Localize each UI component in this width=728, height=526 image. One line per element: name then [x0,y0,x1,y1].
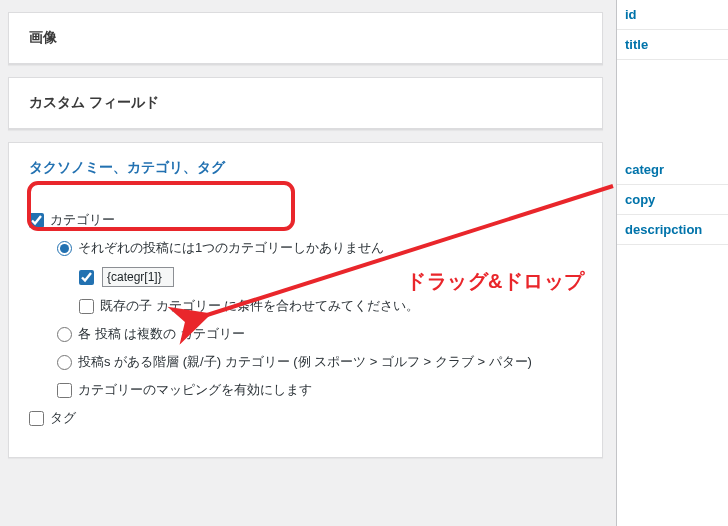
drag-gap [617,60,728,155]
metabox-custom-fields-title[interactable]: カスタム フィールド [9,78,602,129]
drag-field-id[interactable]: id [617,0,728,30]
metabox-taxonomy: タクソノミー、カテゴリ、タグ カテゴリー それぞれの投稿には1つのカテゴリーしか… [8,142,603,458]
draggable-fields-panel: id title categr copy descripction [616,0,728,526]
category-checkbox[interactable] [29,213,44,228]
tag-checkbox[interactable] [29,411,44,426]
metabox-custom-fields: カスタム フィールド [8,77,603,130]
hier-category-radio[interactable] [57,355,72,370]
mapping-label: カテゴリーのマッピングを有効にします [78,381,312,399]
metabox-image-title[interactable]: 画像 [9,13,602,64]
multi-category-radio[interactable] [57,327,72,342]
row-single-cat: それぞれの投稿には1つのカテゴリーしかありません [57,239,582,257]
drag-field-title[interactable]: title [617,30,728,60]
mapping-checkbox[interactable] [57,383,72,398]
drag-field-categr[interactable]: categr [617,155,728,185]
child-hint-label: 既存の子 カテゴリー に条件を合わせてみてください。 [100,297,419,315]
metabox-taxonomy-title[interactable]: タクソノミー、カテゴリ、タグ [9,143,602,193]
metabox-image: 画像 [8,12,603,65]
single-category-radio[interactable] [57,241,72,256]
row-child-hint: 既存の子 カテゴリー に条件を合わせてみてください。 [79,297,582,315]
row-tag: タグ [29,409,582,427]
category-label: カテゴリー [50,211,115,229]
row-multi-cat: 各 投稿 は複数の カテゴリー [57,325,582,343]
multi-category-label: 各 投稿 は複数の カテゴリー [78,325,245,343]
drag-field-copy[interactable]: copy [617,185,728,215]
row-category: カテゴリー [29,211,582,229]
metabox-taxonomy-body: カテゴリー それぞれの投稿には1つのカテゴリーしかありません 既存の子 カテゴリ… [9,193,602,457]
single-category-label: それぞれの投稿には1つのカテゴリーしかありません [78,239,384,257]
row-hier-cat: 投稿s がある階層 (親/子) カテゴリー (例 スポーツ > ゴルフ > クラ… [57,353,582,371]
tag-label: タグ [50,409,76,427]
drag-field-descripction[interactable]: descripction [617,215,728,245]
token-checkbox[interactable] [79,270,94,285]
hier-category-label: 投稿s がある階層 (親/子) カテゴリー (例 スポーツ > ゴルフ > クラ… [78,353,532,371]
row-mapping: カテゴリーのマッピングを有効にします [57,381,582,399]
annotation-label: ドラッグ&ドロップ [406,268,585,295]
main-column: 画像 カスタム フィールド タクソノミー、カテゴリ、タグ カテゴリー それぞれの… [8,0,603,458]
token-input[interactable] [102,267,174,287]
child-hint-checkbox[interactable] [79,299,94,314]
